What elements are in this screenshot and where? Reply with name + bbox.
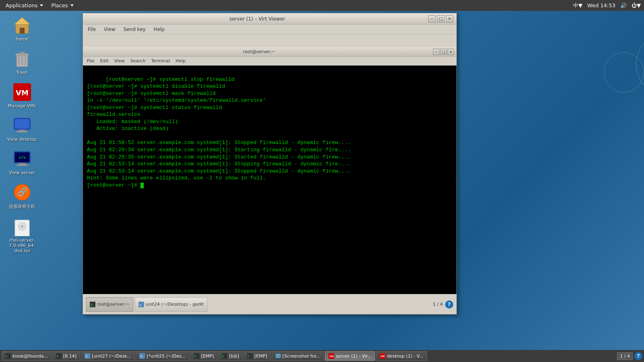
svg-text:VM: VM: [329, 355, 334, 358]
applications-label: Applications: [6, 2, 37, 8]
taskbar-biji[interactable]: $ [biji]: [218, 351, 243, 361]
taskbar-814[interactable]: $ [8.14]: [52, 351, 80, 361]
close-button[interactable]: ✕: [446, 15, 453, 23]
taskbar-screenshot-label: [Screenshot fro...: [283, 354, 321, 359]
top-bar-right: 中▼ Wed 14:53 🔊 ⏻▼: [573, 2, 641, 9]
datetime: Wed 14:53: [587, 2, 615, 8]
virt-tab-terminal-label: root@server:~: [97, 302, 130, 307]
taskbar: $ kiosk@founda... $ [8.14] ✎ [unit27 (~/…: [0, 350, 644, 362]
svg-rect-16: [19, 163, 25, 165]
inner-menu-file[interactable]: File: [85, 58, 97, 64]
taskbar-help-btn[interactable]: ?: [634, 352, 642, 360]
inner-menu-search[interactable]: Search: [128, 58, 148, 64]
taskbar-virt-server[interactable]: VM server (1) - Vir...: [325, 351, 375, 361]
places-menu[interactable]: Places: [49, 2, 76, 9]
desktop-icon-home[interactable]: home: [4, 14, 40, 43]
taskbar-virt-icon-1: VM: [328, 353, 334, 359]
virt-menu-help[interactable]: Help: [151, 26, 168, 33]
connect-label: 连接讲师主机: [9, 204, 35, 210]
svg-text:VM: VM: [16, 88, 29, 97]
taskbar-virt-desktop-label: desktop (1) - V...: [387, 354, 423, 359]
desktop-icon-view-server[interactable]: srv View server: [4, 148, 40, 177]
svg-rect-12: [19, 130, 25, 131]
gedit-tab-icon: ✎: [138, 302, 144, 307]
virt-taskbar: $_ root@server:~ ✎ unit24 (~/Desktop) - …: [83, 294, 456, 314]
taskbar-virt-desktop[interactable]: VM desktop (1) - V...: [376, 351, 427, 361]
desktop-icon-connect[interactable]: 🔗 连接讲师主机: [4, 181, 40, 211]
svg-text:✎: ✎: [85, 355, 88, 358]
terminal-tab-icon: $_: [90, 302, 95, 307]
view-server-icon: srv: [12, 149, 32, 169]
inner-titlebar: root@server:~ ─ □ ✕: [83, 47, 456, 57]
virt-viewer-title: server (1) – Virt Viewer: [86, 16, 428, 22]
taskbar-virt-icon-2: VM: [380, 353, 385, 359]
taskbar-gedit-icon-2: ✎: [139, 353, 145, 359]
virt-taskbar-item-gedit[interactable]: ✎ unit24 (~/Desktop) - gedit: [135, 297, 208, 312]
virt-viewer-menubar: File View Send key Help: [83, 25, 456, 34]
desktop-icon-iso[interactable]: rhel-server-7.0-x86_64-dvd.iso: [4, 215, 40, 255]
applications-arrow: [40, 4, 43, 6]
virt-manager-icon: VM: [12, 82, 32, 102]
svg-text:$: $: [56, 355, 58, 358]
inner-menu-help[interactable]: Help: [173, 58, 188, 64]
view-desktop-label: View desktop: [7, 137, 37, 142]
desktop-icon-trash[interactable]: Trash: [4, 47, 40, 77]
inner-menu-terminal[interactable]: Terminal: [149, 58, 173, 64]
view-server-label: View server: [9, 170, 35, 175]
taskbar-emp1-label: [EMP]: [201, 354, 214, 359]
home-label: home: [16, 37, 28, 42]
taskbar-terminal-icon-1: $: [5, 353, 11, 359]
taskbar-emp1[interactable]: $ [EMP]: [190, 351, 218, 361]
svg-text:🔗: 🔗: [17, 187, 27, 197]
chinese-input: 中▼: [573, 2, 582, 9]
inner-close-btn[interactable]: ✕: [448, 49, 454, 55]
inner-menu-view[interactable]: View: [112, 58, 127, 64]
virt-menu-file[interactable]: File: [85, 26, 99, 33]
taskbar-right: 1 / 4 ?: [617, 352, 642, 360]
taskbar-biji-icon: $: [222, 353, 227, 359]
inner-menu-edit[interactable]: Edit: [97, 58, 111, 64]
trash-label: Trash: [16, 70, 28, 75]
minimize-button[interactable]: ─: [428, 15, 436, 23]
maximize-button[interactable]: □: [437, 15, 444, 23]
home-icon: [12, 16, 32, 35]
inner-menubar: File Edit View Search Terminal Help: [83, 57, 456, 66]
inner-window-title: root@server:~: [85, 49, 433, 54]
taskbar-emp-icon-1: $: [194, 353, 200, 359]
taskbar-unit25[interactable]: ✎ [*unit25 (~/Des...: [136, 351, 189, 361]
power-icon[interactable]: ⏻▼: [632, 2, 641, 8]
volume-icon[interactable]: 🔊: [620, 2, 627, 8]
terminal-line-1: [root@server ~]# systemctl stop firewall…: [87, 76, 351, 188]
virt-taskbar-item-terminal[interactable]: $_ root@server:~: [86, 297, 133, 312]
terminal-cursor: [140, 183, 144, 188]
taskbar-screenshot[interactable]: [Screenshot fro...: [272, 351, 324, 361]
desktop-icon-manage-vms[interactable]: VM Manage VMs: [4, 81, 40, 110]
taskbar-emp2[interactable]: $ [EMP]: [244, 351, 271, 361]
svg-text:$: $: [194, 355, 196, 358]
virt-viewer-window: server (1) – Virt Viewer ─ □ ✕ File View…: [83, 13, 457, 315]
applications-menu[interactable]: Applications: [3, 2, 45, 9]
virt-menu-sendkey[interactable]: Send key: [120, 26, 149, 33]
desktop-icon-view-desktop[interactable]: View desktop: [4, 114, 40, 144]
virt-help-btn[interactable]: ?: [445, 300, 453, 309]
taskbar-kiosk[interactable]: $ kiosk@founda...: [2, 351, 52, 361]
svg-text:$: $: [6, 355, 7, 358]
taskbar-gedit-icon-1: ✎: [85, 353, 90, 359]
desktop-icons: home Trash VM Manage VMs: [4, 14, 40, 255]
virt-viewer-controls[interactable]: ─ □ ✕: [428, 15, 453, 23]
svg-rect-13: [17, 131, 28, 132]
taskbar-terminal-icon-2: $: [56, 353, 62, 359]
taskbar-unit27-label: [unit27 (~/Desk...: [92, 354, 131, 359]
taskbar-unit27[interactable]: ✎ [unit27 (~/Desk...: [81, 351, 135, 361]
svg-rect-5: [20, 52, 25, 54]
svg-text:✎: ✎: [140, 355, 143, 358]
inner-win-controls-right[interactable]: ─ □ ✕: [433, 49, 454, 55]
manage-vms-label: Manage VMs: [8, 103, 36, 109]
iso-label: rhel-server-7.0-x86_64-dvd.iso: [6, 238, 39, 253]
connect-icon: 🔗: [12, 183, 32, 202]
virt-menu-view[interactable]: View: [101, 26, 118, 33]
inner-maximize-btn[interactable]: □: [440, 49, 447, 55]
inner-minimize-btn[interactable]: ─: [433, 49, 440, 55]
virt-viewer-titlebar: server (1) – Virt Viewer ─ □ ✕: [83, 13, 456, 25]
terminal-content[interactable]: [root@server ~]# systemctl stop firewall…: [83, 66, 456, 294]
